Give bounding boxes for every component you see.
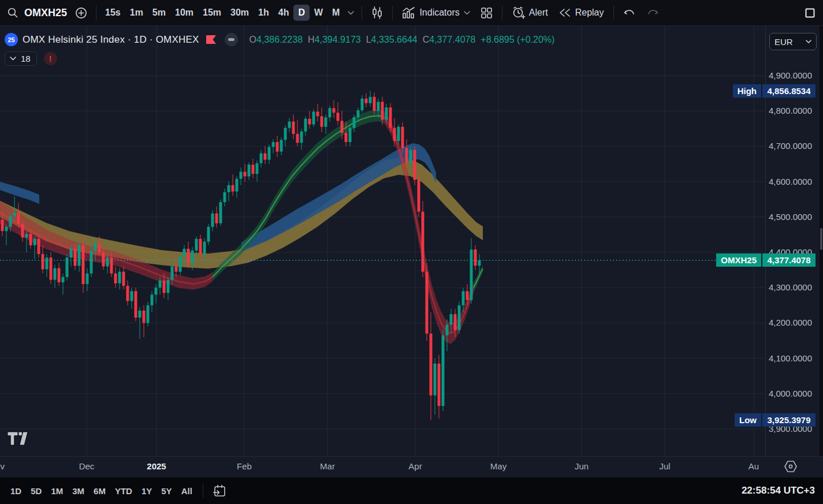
legend-title[interactable]: OMX Helsinki 25 Index · 1D · OMXHEX	[23, 34, 199, 46]
currency-dropdown[interactable]: EUR	[769, 33, 817, 50]
timeframe-chevron-down-icon[interactable]	[344, 8, 357, 18]
timeframe-button-1m[interactable]: 1m	[125, 5, 148, 21]
timeframe-button-5m[interactable]: 5m	[148, 5, 170, 21]
time-axis-label: Apr	[403, 461, 428, 471]
candle-body	[240, 171, 243, 178]
go-to-date-icon[interactable]	[209, 482, 230, 499]
candle-body	[195, 239, 198, 251]
range-button-ytd[interactable]: YTD	[110, 483, 137, 499]
symbol-search-button[interactable]: OMXH25	[21, 4, 70, 22]
timeframe-button-d[interactable]: D	[293, 5, 310, 21]
time-axis-label: Mar	[315, 461, 340, 471]
timeframe-button-30m[interactable]: 30m	[226, 5, 254, 21]
time-axis[interactable]: ovDec2025FebMarAprMayJunJulAu	[0, 456, 823, 477]
candle-body	[199, 239, 202, 254]
range-button-5y[interactable]: 5Y	[157, 483, 176, 499]
currency-value: EUR	[774, 37, 793, 47]
range-button-6m[interactable]: 6M	[89, 483, 110, 499]
price-tick-label: 4,100.0000	[765, 353, 820, 363]
tradingview-logo[interactable]	[7, 431, 29, 449]
candle-body	[21, 224, 24, 237]
layout-grid-icon[interactable]	[475, 4, 498, 22]
candle-body	[401, 127, 404, 148]
hide-symbol-icon[interactable]	[225, 33, 238, 46]
timeframe-button-m[interactable]: M	[327, 5, 344, 21]
replay-button[interactable]: Replay	[553, 5, 609, 21]
redo-icon[interactable]	[641, 6, 664, 20]
candle-body	[147, 305, 150, 323]
candle-body	[438, 364, 441, 406]
candle-body	[131, 291, 133, 301]
chart-style-candles-icon[interactable]	[366, 3, 388, 22]
time-axis-label: Dec	[74, 461, 99, 471]
candle-body	[252, 165, 255, 174]
alert-button[interactable]: Alert	[507, 3, 553, 23]
candle-body	[102, 252, 105, 266]
candle-body	[288, 122, 291, 128]
candle-body	[232, 185, 234, 192]
candle-body	[54, 268, 57, 280]
indicators-button[interactable]: Indicators	[397, 4, 475, 22]
indicator-warning-icon[interactable]: !	[44, 52, 57, 65]
search-icon[interactable]	[5, 5, 21, 21]
candle-body	[304, 119, 307, 132]
candle-body	[333, 108, 336, 113]
candle-body	[191, 251, 194, 263]
candle-body	[373, 97, 376, 111]
chart-legend: 25 OMX Helsinki 25 Index · 1D · OMXHEX O…	[5, 33, 554, 66]
indicator-interval-toggle[interactable]: 18	[5, 51, 37, 66]
candle-body	[377, 102, 380, 111]
undo-icon[interactable]	[618, 6, 641, 20]
candle-body	[272, 142, 275, 147]
candle-body	[118, 272, 121, 283]
scrollbar-thumb[interactable]	[820, 228, 822, 250]
time-axis-label: May	[486, 461, 511, 471]
timeframe-button-15m[interactable]: 15m	[198, 5, 226, 21]
candle-body	[183, 249, 186, 256]
candle-body	[397, 127, 400, 141]
candle-body	[244, 171, 247, 176]
range-button-all[interactable]: All	[177, 483, 197, 499]
price-tick-label: 4,000.0000	[765, 389, 820, 398]
compare-add-icon[interactable]	[70, 5, 92, 21]
timeframe-button-10m[interactable]: 10m	[170, 5, 198, 21]
price-tick-label: 4,800.0000	[765, 106, 820, 115]
price-tick-label: 4,900.0000	[765, 70, 820, 80]
candle-body	[33, 239, 36, 245]
candle-body	[1, 220, 4, 232]
range-button-1d[interactable]: 1D	[6, 483, 26, 499]
timeframe-button-15s[interactable]: 15s	[100, 5, 125, 21]
time-axis-label: Feb	[232, 461, 257, 471]
session-clock[interactable]: 22:58:54 UTC+3	[742, 485, 815, 496]
price-tick-label: 4,200.0000	[765, 318, 820, 327]
range-button-1m[interactable]: 1M	[46, 483, 68, 499]
bottom-toolbar: 1D5D1M3M6MYTD1Y5YAll 22:58:54 UTC+3	[0, 477, 823, 504]
price-tick-label: 4,600.0000	[765, 177, 820, 186]
range-button-1y[interactable]: 1Y	[137, 483, 157, 499]
candle-body	[361, 99, 364, 110]
timezone-settings-icon[interactable]	[783, 460, 798, 476]
timeframe-button-4h[interactable]: 4h	[274, 5, 294, 21]
indicator-interval-value: 18	[21, 54, 31, 64]
candle-body	[458, 305, 461, 330]
candle-body	[418, 180, 420, 212]
candle-body	[219, 202, 222, 223]
range-button-5d[interactable]: 5D	[26, 483, 46, 499]
right-scroll-gutter	[820, 26, 823, 456]
date-range-group: 1D5D1M3M6MYTD1Y5YAll	[6, 483, 197, 499]
chart-canvas[interactable]	[0, 26, 765, 456]
low-price-badge: Low3,925.3979	[735, 413, 815, 427]
candle-body	[5, 227, 8, 231]
candle-body	[215, 214, 218, 223]
footer-divider	[203, 484, 203, 498]
range-button-3m[interactable]: 3M	[68, 483, 89, 499]
candle-body	[284, 128, 287, 140]
price-tick-label: 4,500.0000	[765, 212, 820, 222]
candle-body	[434, 364, 437, 395]
fullscreen-icon[interactable]	[805, 8, 815, 18]
timeframe-button-w[interactable]: W	[310, 5, 327, 21]
flag-icon[interactable]	[206, 35, 217, 44]
ohlc-values: O4,386.2238 H4,394.9173 L4,335.6644 C4,3…	[249, 35, 555, 45]
candle-body	[42, 254, 44, 269]
timeframe-button-1h[interactable]: 1h	[254, 5, 274, 21]
